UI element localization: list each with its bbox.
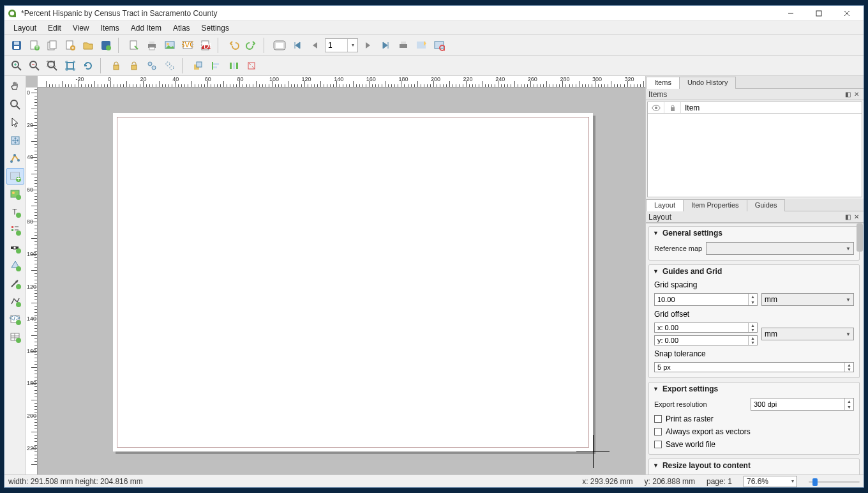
- tab-items[interactable]: Items: [646, 77, 680, 89]
- scrollbar-thumb[interactable]: [857, 224, 863, 252]
- grid-offset-label: Grid offset: [654, 310, 854, 319]
- zoom-tool-icon[interactable]: [6, 96, 24, 113]
- export-resolution-input[interactable]: ▲▼: [751, 398, 854, 411]
- add-html-icon[interactable]: </>: [6, 311, 24, 328]
- atlas-export-icon[interactable]: [413, 37, 430, 54]
- grid-spacing-unit-combo[interactable]: mm▼: [761, 293, 854, 306]
- print-icon[interactable]: [144, 37, 160, 54]
- save-icon[interactable]: [8, 37, 25, 54]
- raise-icon[interactable]: [190, 57, 206, 74]
- grid-offset-x-input[interactable]: ▲▼: [654, 322, 758, 333]
- close-button[interactable]: [833, 6, 861, 20]
- tab-guides[interactable]: Guides: [747, 199, 786, 211]
- visibility-column-icon[interactable]: [648, 102, 664, 113]
- lock-column-icon[interactable]: [664, 102, 681, 113]
- reference-map-combo[interactable]: ▼: [706, 242, 854, 255]
- atlas-last-icon[interactable]: [377, 37, 394, 54]
- print-as-raster-checkbox[interactable]: Print as raster: [654, 414, 854, 423]
- items-list[interactable]: Item: [647, 102, 862, 197]
- atlas-next-icon[interactable]: [359, 37, 376, 54]
- menu-view[interactable]: View: [68, 22, 94, 34]
- grid-offset-unit-combo[interactable]: mm▼: [761, 328, 854, 340]
- menu-layout[interactable]: Layout: [8, 22, 41, 34]
- export-image-icon[interactable]: [161, 37, 178, 54]
- maximize-button[interactable]: [805, 6, 833, 20]
- tab-undo-history[interactable]: Undo History: [679, 77, 737, 89]
- zoom-in-icon[interactable]: [8, 57, 25, 74]
- save-template-icon[interactable]: [98, 37, 114, 54]
- svg-line-39: [18, 67, 21, 70]
- atlas-prev-icon[interactable]: [307, 37, 324, 54]
- resize-icon[interactable]: [243, 57, 260, 74]
- atlas-page-value[interactable]: [326, 41, 347, 50]
- menu-add-item[interactable]: Add Item: [126, 22, 167, 34]
- align-left-icon[interactable]: [207, 57, 224, 74]
- menu-settings[interactable]: Settings: [197, 22, 234, 34]
- layout-manager-icon[interactable]: [62, 37, 79, 54]
- menu-atlas[interactable]: Atlas: [168, 22, 195, 34]
- zoom-out-icon[interactable]: [26, 57, 43, 74]
- undock-icon[interactable]: ◧: [843, 213, 852, 220]
- grid-spacing-input[interactable]: ▲▼: [654, 293, 758, 306]
- minimize-button[interactable]: [777, 6, 805, 20]
- close-icon[interactable]: ✕: [852, 213, 861, 220]
- refresh-icon[interactable]: [80, 57, 96, 74]
- atlas-page-input[interactable]: ▾: [325, 38, 358, 52]
- snap-tolerance-label: Snap tolerance: [654, 349, 854, 358]
- grid-offset-y-input[interactable]: ▲▼: [654, 335, 758, 345]
- layout-page[interactable]: [113, 113, 593, 451]
- add-node-item-icon[interactable]: [6, 293, 24, 310]
- export-svg-icon[interactable]: SVG: [179, 37, 196, 54]
- menu-edit[interactable]: Edit: [43, 22, 66, 34]
- distribute-icon[interactable]: [225, 57, 242, 74]
- add-table-icon[interactable]: [6, 329, 24, 345]
- zoom-actual-icon[interactable]: 1:1: [44, 57, 61, 74]
- add-picture-icon[interactable]: [6, 186, 24, 202]
- ungroup-icon[interactable]: [161, 57, 178, 74]
- edit-nodes-icon[interactable]: [6, 150, 24, 167]
- right-tabs-top: Items Undo History: [646, 76, 864, 89]
- undo-icon[interactable]: [225, 37, 242, 54]
- snap-tolerance-input[interactable]: ▲▼: [654, 362, 854, 372]
- open-template-icon[interactable]: [80, 37, 96, 54]
- select-tool-icon[interactable]: [6, 114, 24, 131]
- add-scalebar-icon[interactable]: [6, 239, 24, 256]
- add-label-icon[interactable]: T: [6, 204, 24, 220]
- atlas-print-icon[interactable]: [395, 37, 412, 54]
- tab-layout[interactable]: Layout: [646, 199, 684, 211]
- group-icon[interactable]: [144, 57, 160, 74]
- undock-icon[interactable]: ◧: [843, 91, 852, 98]
- atlas-preview-icon[interactable]: [271, 37, 288, 54]
- svg-text:SVG: SVG: [182, 40, 193, 49]
- layout-canvas[interactable]: [38, 87, 645, 474]
- layout-properties[interactable]: ▼General settings Reference map ▼ ▼Guide…: [646, 223, 864, 474]
- zoom-full-icon[interactable]: [62, 57, 79, 74]
- group-guides-grid: ▼Guides and Grid Grid spacing ▲▼ mm▼ Gri…: [648, 264, 860, 378]
- duplicate-layout-icon[interactable]: [44, 37, 61, 54]
- close-icon[interactable]: ✕: [852, 91, 861, 98]
- add-arrow-icon[interactable]: [6, 275, 24, 292]
- lock-icon[interactable]: [108, 57, 124, 74]
- add-legend-icon[interactable]: [6, 222, 24, 238]
- zoom-combo[interactable]: 76.6%▾: [744, 476, 797, 487]
- add-shape-icon[interactable]: [6, 257, 24, 274]
- menu-items[interactable]: Items: [96, 22, 124, 34]
- pan-tool-icon[interactable]: [6, 79, 24, 95]
- tab-item-properties[interactable]: Item Properties: [683, 199, 747, 211]
- atlas-first-icon[interactable]: [289, 37, 306, 54]
- zoom-slider[interactable]: [809, 477, 860, 486]
- atlas-settings-icon[interactable]: [431, 37, 447, 54]
- always-export-vectors-checkbox[interactable]: Always export as vectors: [654, 427, 854, 436]
- svg-rect-85: [13, 247, 16, 249]
- svg-line-43: [36, 67, 39, 70]
- add-from-template-icon[interactable]: [126, 37, 142, 54]
- new-layout-icon[interactable]: +: [26, 37, 43, 54]
- export-pdf-icon[interactable]: PDF: [197, 37, 214, 54]
- svg-text:+: +: [16, 174, 20, 182]
- chevron-down-icon[interactable]: ▾: [347, 39, 357, 52]
- move-content-icon[interactable]: [6, 132, 24, 149]
- redo-icon[interactable]: [243, 37, 260, 54]
- save-world-file-checkbox[interactable]: Save world file: [654, 440, 854, 449]
- unlock-icon[interactable]: [126, 57, 142, 74]
- add-map-icon[interactable]: +: [6, 168, 24, 185]
